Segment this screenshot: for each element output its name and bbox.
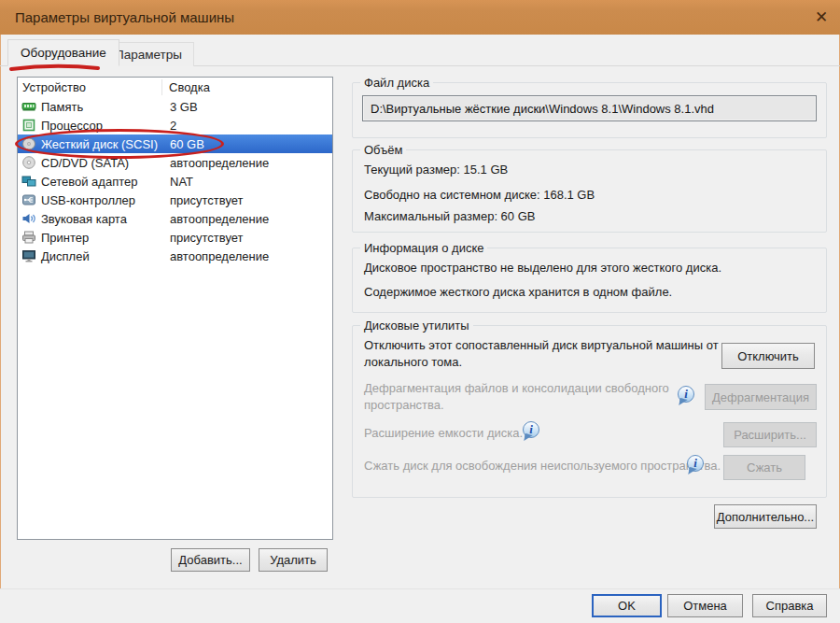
device-label: CD/DVD (SATA) <box>41 156 163 170</box>
tab-hardware[interactable]: Оборудование <box>7 39 119 66</box>
device-label: Принтер <box>41 231 163 245</box>
sound-card-icon <box>21 211 36 226</box>
expand-info-icon[interactable]: i <box>523 421 539 438</box>
device-label: Память <box>41 100 163 114</box>
device-list[interactable]: Устройство Сводка Память 3 GB Процессор … <box>17 77 333 540</box>
device-row-usb-controller[interactable]: USB-контроллер присутствует <box>18 191 332 209</box>
current-size-text: Текущий размер: 15.1 GB <box>364 163 508 177</box>
group-disk-file: Файл диска D:\Виртуальные жёсткие диски\… <box>352 82 827 138</box>
close-icon[interactable]: ✕ <box>808 5 834 30</box>
device-row-hard-disk[interactable]: Жесткий диск (SCSI) 60 GB <box>18 135 332 153</box>
free-space-text: Свободно на системном диске: 168.1 GB <box>364 188 595 202</box>
column-header-device[interactable]: Устройство <box>18 79 162 95</box>
compact-description: Сжать диск для освобождения неиспользуем… <box>364 458 721 474</box>
group-title-capacity: Объём <box>360 143 406 157</box>
device-summary: 60 GB <box>163 137 332 151</box>
expand-button[interactable]: Расширить... <box>723 422 817 447</box>
device-summary: NAT <box>163 175 332 189</box>
device-label: Жесткий диск (SCSI) <box>41 137 163 151</box>
device-summary: автоопределение <box>163 249 332 263</box>
column-header-summary[interactable]: Сводка <box>162 80 210 94</box>
device-summary: присутствует <box>163 193 332 207</box>
device-row-network-adapter[interactable]: Сетевой адаптер NAT <box>18 172 332 191</box>
disconnect-description: Отключить этот сопоставленный диск вирту… <box>364 337 737 371</box>
processor-icon <box>21 118 36 133</box>
defrag-button[interactable]: Дефрагментация <box>705 384 817 410</box>
network-adapter-icon <box>21 174 36 189</box>
ok-button[interactable]: OK <box>592 594 662 617</box>
device-row-sound-card[interactable]: Звуковая карта автоопределение <box>18 209 332 228</box>
add-device-button[interactable]: Добавить... <box>171 548 250 572</box>
group-title-disk-utilities: Дисковые утилиты <box>360 319 473 333</box>
device-row-printer[interactable]: Принтер присутствует <box>18 228 332 247</box>
disconnect-button[interactable]: Отключить <box>721 343 815 369</box>
defrag-description: Дефрагментация файлов и консолидации сво… <box>364 380 686 414</box>
device-summary: автоопределение <box>163 212 332 226</box>
device-summary: автоопределение <box>163 156 332 170</box>
group-capacity: Объём Текущий размер: 15.1 GB Свободно н… <box>352 149 827 233</box>
usb-controller-icon <box>21 192 36 207</box>
cd-dvd-icon <box>21 155 36 170</box>
device-row-cd-dvd[interactable]: CD/DVD (SATA) автоопределение <box>18 153 332 172</box>
titlebar[interactable]: Параметры виртуальной машины ✕ <box>0 0 840 35</box>
help-button[interactable]: Справка <box>752 594 827 617</box>
disk-file-path-field[interactable]: D:\Виртуальные жёсткие диски\Windows 8.1… <box>362 95 817 121</box>
disk-info-line1: Дисковое пространство не выделено для эт… <box>364 261 721 275</box>
expand-description: Расширение емкости диска. <box>364 425 523 442</box>
device-list-header: Устройство Сводка <box>18 78 332 97</box>
advanced-button[interactable]: Дополнительно... <box>714 504 817 529</box>
defrag-info-icon[interactable]: i <box>678 386 694 403</box>
cancel-button[interactable]: Отмена <box>667 594 743 617</box>
group-title-disk-info: Информация о диске <box>360 241 487 255</box>
disk-info-line2: Содержимое жесткого диска хранится в одн… <box>364 285 672 299</box>
device-summary: 3 GB <box>163 100 332 114</box>
device-label: Процессор <box>41 119 163 133</box>
device-row-display[interactable]: Дисплей автоопределение <box>18 247 332 265</box>
device-label: USB-контроллер <box>41 193 163 207</box>
printer-icon <box>21 230 36 245</box>
group-disk-info: Информация о диске Дисковое пространство… <box>352 248 827 313</box>
device-row-processor[interactable]: Процессор 2 <box>18 116 332 135</box>
group-disk-utilities: Дисковые утилиты Отключить этот сопостав… <box>352 325 827 498</box>
max-size-text: Максимальный размер: 60 GB <box>364 209 535 223</box>
display-icon <box>21 248 36 263</box>
device-label: Сетевой адаптер <box>41 175 163 189</box>
device-label: Дисплей <box>41 249 163 263</box>
device-summary: присутствует <box>163 231 332 245</box>
memory-icon <box>21 99 36 114</box>
hard-disk-icon <box>21 136 36 151</box>
device-label: Звуковая карта <box>41 212 163 226</box>
tabstrip: Оборудование Параметры <box>0 35 840 66</box>
device-summary: 2 <box>163 119 332 133</box>
remove-device-button[interactable]: Удалить <box>259 548 328 572</box>
group-title-disk-file: Файл диска <box>360 76 433 90</box>
device-row-memory[interactable]: Память 3 GB <box>18 97 332 116</box>
compact-info-icon[interactable]: i <box>687 455 704 472</box>
compact-button[interactable]: Сжать <box>723 455 805 480</box>
window-title: Параметры виртуальной машины <box>15 9 234 25</box>
